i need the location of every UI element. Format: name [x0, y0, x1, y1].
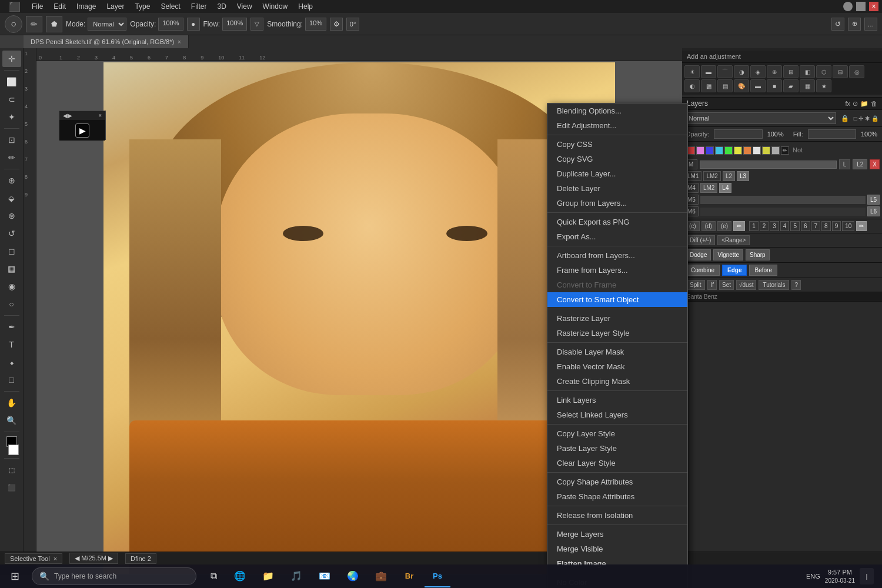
swatch-red[interactable]	[687, 146, 695, 155]
show-desktop-btn[interactable]: |	[860, 568, 874, 584]
crop-tool[interactable]: ⊡	[2, 132, 21, 148]
taskbar-ps-btn[interactable]: Ps	[425, 565, 450, 587]
set-btn[interactable]: Set	[719, 280, 734, 290]
menu-select[interactable]: Select	[156, 1, 185, 12]
swatch-bar-l[interactable]	[700, 161, 836, 169]
vdust-btn[interactable]: √dust	[736, 280, 756, 290]
taskbar-search-box[interactable]: 🔍 Type here to search	[32, 567, 196, 585]
digit-1[interactable]: 1	[749, 221, 759, 231]
active-tab[interactable]: DPS Pencil Sketch.tif @ 61.6% (Original,…	[24, 35, 189, 48]
healing-tool[interactable]: ⊕	[2, 172, 21, 189]
flow-value[interactable]: 100%	[222, 18, 247, 31]
fill-value[interactable]: 100%	[861, 131, 878, 138]
hsl-icon[interactable]: ⊕	[767, 65, 782, 78]
taskbar-br-btn[interactable]: Br	[396, 565, 422, 587]
ctx-create-clipping-mask[interactable]: Create Clipping Mask	[547, 374, 687, 389]
swatch-gray[interactable]	[771, 146, 780, 155]
ctx-select-linked-layers[interactable]: Select Linked Layers	[547, 407, 687, 422]
swatch-l2b[interactable]: L2	[723, 171, 735, 181]
digit-2[interactable]: 2	[760, 221, 769, 231]
language-indicator[interactable]: ENG	[806, 573, 820, 580]
ctx-quick-export[interactable]: Quick Export as PNG	[547, 215, 687, 229]
flow-icon[interactable]: ▽	[250, 18, 263, 31]
num-e[interactable]: (e)	[717, 221, 731, 231]
menu-view[interactable]: View	[232, 1, 257, 12]
diff-btn[interactable]: Diff (+/-)	[686, 235, 715, 245]
mode-select[interactable]: Normal	[88, 18, 126, 31]
edge-btn[interactable]: Edge	[722, 265, 747, 276]
ctx-copy-layer-style[interactable]: Copy Layer Style	[547, 426, 687, 441]
dodge-tool[interactable]: ○	[2, 296, 21, 312]
digit-3[interactable]: 3	[770, 221, 779, 231]
ctx-copy-shape-attributes[interactable]: Copy Shape Attributes	[547, 475, 687, 489]
swatch-l3[interactable]: L3	[737, 171, 749, 181]
gradient-fill-icon[interactable]: ▰	[783, 79, 799, 92]
type-tool[interactable]: T	[2, 336, 21, 353]
digit-4[interactable]: 4	[780, 221, 790, 231]
airbrush-icon[interactable]: ●	[187, 18, 200, 31]
gradient-map-icon[interactable]: ▬	[750, 79, 766, 92]
combine-btn[interactable]: Combine	[686, 265, 720, 276]
pen-tool[interactable]: ✒	[2, 319, 21, 335]
invert-icon[interactable]: ◐	[684, 79, 700, 92]
ctx-convert-smart-object[interactable]: Convert to Smart Object	[547, 292, 687, 307]
swatch-lm2[interactable]: LM2	[703, 171, 720, 181]
menu-layer[interactable]: Layer	[102, 1, 129, 12]
swatch-yellow[interactable]	[734, 146, 742, 155]
taskbar-mail-btn[interactable]: 📧	[312, 565, 338, 587]
mask-btn[interactable]: ⊙	[853, 100, 858, 108]
swatch-l4[interactable]: L4	[719, 183, 731, 193]
ctx-release-isolation[interactable]: Release from Isolation	[547, 508, 687, 523]
ctx-enable-vector-mask[interactable]: Enable Vector Mask	[547, 359, 687, 374]
history-brush-tool[interactable]: ↺	[2, 225, 21, 242]
shape-tool[interactable]: □	[2, 372, 21, 388]
close-btn[interactable]: ×	[869, 2, 878, 11]
trash-btn[interactable]: 🗑	[871, 100, 877, 108]
brush-size-indicator[interactable]: ○	[5, 15, 22, 33]
ctx-duplicate-layer[interactable]: Duplicate Layer...	[547, 166, 687, 181]
menu-filter[interactable]: Filter	[186, 1, 212, 12]
digit-7[interactable]: 7	[811, 221, 821, 231]
blending-mode-select[interactable]: Normal	[686, 112, 836, 124]
close-status-icon[interactable]: ×	[54, 555, 57, 562]
swatch-blue[interactable]	[706, 146, 714, 155]
ctx-paste-shape-attributes[interactable]: Paste Shape Attributes	[547, 489, 687, 504]
digit-10[interactable]: 10	[842, 221, 854, 231]
pattern-icon[interactable]: ▦	[800, 79, 815, 92]
channel-mixer-icon[interactable]: ⊟	[833, 65, 848, 78]
swatch-l6[interactable]: L6	[867, 206, 880, 216]
ctx-clear-layer-style[interactable]: Clear Layer Style	[547, 456, 687, 470]
range-btn[interactable]: <Range>	[717, 235, 750, 245]
ctx-delete-layer[interactable]: Delete Layer	[547, 181, 687, 196]
ctx-rasterize-layer-style[interactable]: Rasterize Layer Style	[547, 326, 687, 340]
colorbalance-icon[interactable]: ⊞	[783, 65, 799, 78]
angle-value[interactable]: 0°	[346, 18, 359, 31]
history-btn[interactable]: ↺	[831, 18, 844, 31]
eyedropper-tool[interactable]: ✏	[2, 149, 21, 166]
fill-slider[interactable]	[808, 129, 856, 139]
ctx-disable-layer-mask[interactable]: Disable Layer Mask	[547, 345, 687, 359]
split-btn[interactable]: Split	[686, 280, 705, 290]
swatch-l5[interactable]: L5	[867, 195, 880, 205]
ctx-blending-options[interactable]: Blending Options...	[547, 103, 687, 118]
menu-window[interactable]: Window	[258, 1, 293, 12]
marquee-tool[interactable]: ⬜	[2, 74, 21, 90]
swatch-l2[interactable]: L2	[853, 159, 867, 169]
start-button[interactable]: ⊞	[4, 565, 26, 587]
levels-icon[interactable]: ▬	[701, 65, 716, 78]
brightness-icon[interactable]: ☀	[684, 65, 700, 78]
vignette-btn[interactable]: Vignette	[713, 249, 743, 260]
ctx-group-from-layers[interactable]: Group from Layers...	[547, 196, 687, 211]
colorgrd-icon[interactable]: ◎	[849, 65, 864, 78]
maximize-btn[interactable]	[856, 2, 866, 11]
taskbar-teams-btn[interactable]: 💼	[368, 565, 394, 587]
background-color[interactable]	[8, 445, 19, 455]
swatch-l[interactable]: L	[839, 159, 851, 169]
gradient-tool[interactable]: ▦	[2, 260, 21, 277]
swatch-yellow2[interactable]	[762, 146, 770, 155]
pencil-icon-sm2[interactable]: ✏	[856, 221, 867, 231]
menu-file[interactable]: File	[27, 1, 48, 12]
ctx-artboard[interactable]: Artboard from Layers...	[547, 248, 687, 263]
tutorials-btn[interactable]: Tutorials	[759, 280, 789, 290]
solid-color-icon[interactable]: ■	[767, 79, 782, 92]
